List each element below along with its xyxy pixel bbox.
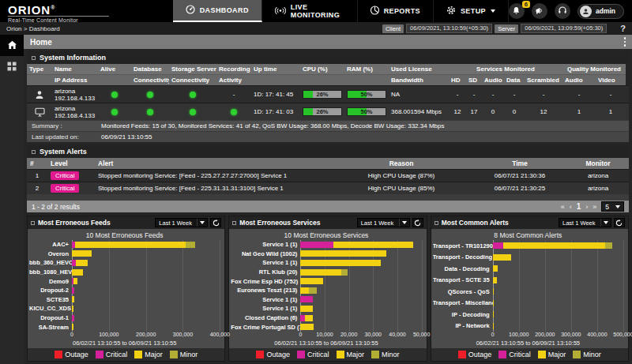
chart-bar-row: RTL Klub (20): [231, 268, 421, 277]
category-label: SA-Stream: [29, 324, 72, 331]
stacked-bar[interactable]: [300, 269, 421, 276]
help-button[interactable]: ?: [620, 24, 626, 33]
tab-dashboard[interactable]: DASHBOARD: [173, 0, 262, 22]
stacked-bar[interactable]: [493, 277, 623, 283]
category-label: Transport - Miscellaneous: [433, 299, 493, 306]
stacked-bar[interactable]: [300, 250, 421, 257]
collapse-icon[interactable]: [232, 221, 236, 225]
status-green-dot: [147, 109, 153, 115]
stacked-bar[interactable]: [493, 254, 623, 261]
stacked-bar[interactable]: [72, 296, 220, 302]
refresh-button[interactable]: [412, 218, 423, 227]
chart-date-range: 06/02/21 13:10:55 to 06/09/21 13:10:55: [231, 339, 421, 348]
category-label: SCTE35: [29, 296, 72, 303]
x-tick-label: 30,000: [365, 332, 382, 337]
category-label: Service 1 (1): [231, 305, 300, 312]
stacked-bar[interactable]: [300, 306, 421, 312]
tab-setup[interactable]: SETUP: [434, 0, 509, 22]
stacked-bar[interactable]: [493, 311, 623, 317]
sidebar-item-home[interactable]: [0, 35, 24, 56]
headset-icon: [558, 4, 567, 18]
scrambled-value: -: [525, 86, 562, 103]
first-page-button[interactable]: «: [561, 203, 565, 211]
x-axis: 0100,000200,000300,000400,000: [72, 332, 220, 339]
col-ram: RAM (%): [344, 64, 389, 74]
major-color-chip: [337, 351, 344, 358]
stacked-bar[interactable]: [72, 260, 220, 266]
collapse-icon[interactable]: [31, 221, 35, 225]
page-size-select[interactable]: 5: [601, 201, 624, 212]
chart-bar-row: Dropout-1: [29, 313, 220, 323]
legend-item-critical: Critical: [498, 351, 531, 358]
chart-bar-row: Transport - TR101290: [433, 240, 623, 252]
stacked-bar[interactable]: [300, 324, 421, 330]
last-page-button[interactable]: »: [592, 203, 596, 211]
tab-reports[interactable]: REPORTS: [358, 0, 434, 22]
stacked-bar[interactable]: [493, 265, 623, 272]
stacked-bar[interactable]: [300, 260, 421, 266]
category-label: Euronews Teszt (213): [231, 287, 300, 294]
prev-page-button[interactable]: ‹: [570, 203, 572, 211]
period-select[interactable]: Last 1 Week: [559, 218, 611, 227]
support-button[interactable]: [555, 3, 570, 19]
next-page-button[interactable]: ›: [585, 203, 588, 211]
tab-live-monitoring[interactable]: LIVE MONITORING: [262, 0, 358, 22]
current-page[interactable]: 1: [577, 202, 581, 211]
stacked-bar[interactable]: [493, 288, 623, 295]
stacked-bar[interactable]: [72, 242, 220, 248]
bar-segment-major: [75, 242, 186, 248]
stacked-bar[interactable]: [72, 306, 220, 312]
period-select[interactable]: Last 1 Week: [357, 218, 410, 227]
col-number: #: [27, 158, 47, 169]
col-hd: HD: [449, 74, 466, 85]
period-select[interactable]: Last 1 Week: [155, 218, 208, 227]
chart-panel-header: Most Erroneous Services Last 1 Week: [229, 216, 426, 229]
announcements-button[interactable]: [532, 3, 547, 19]
uptime-value: 1D: 17: 41: 45: [251, 86, 300, 103]
page-size-value: 5: [605, 203, 609, 211]
chart-legend: OutageCriticalMajorMinor: [28, 348, 224, 361]
chart-title: 10 Most Erroneous Feeds: [29, 230, 220, 240]
stacked-bar[interactable]: [493, 323, 623, 329]
stacked-bar[interactable]: [300, 278, 421, 284]
collapse-icon[interactable]: [434, 221, 438, 225]
q_audio-value: 1: [562, 103, 596, 120]
collapse-icon[interactable]: [32, 150, 36, 154]
user-menu[interactable]: admin: [577, 4, 624, 19]
bar-segment-critical: [300, 242, 333, 248]
monitor-name-cell: arizona192.168.4.133: [52, 86, 98, 103]
q_video-value: 1: [596, 103, 626, 120]
stacked-bar[interactable]: [72, 287, 220, 294]
x-tick-label: 200,000: [136, 332, 156, 337]
stacked-bar[interactable]: [300, 296, 421, 302]
system-alerts-table-head: # Level Alert Reason Time Monitor: [27, 158, 629, 169]
chart-bar-row: Closed Caption (6): [231, 313, 421, 323]
notifications-button[interactable]: 6: [509, 3, 525, 19]
refresh-button[interactable]: [614, 218, 625, 227]
sidebar-item-widgets[interactable]: [0, 56, 24, 77]
stacked-bar[interactable]: [72, 269, 220, 276]
collapse-icon[interactable]: [32, 56, 36, 60]
stacked-bar[interactable]: [493, 242, 623, 249]
kebab-menu-icon[interactable]: [624, 37, 626, 47]
tab-setup-label: SETUP: [461, 7, 486, 15]
status-green-dot: [111, 92, 118, 98]
monitor-ip: 192.168.4.133: [55, 112, 95, 119]
stacked-bar[interactable]: [300, 315, 421, 321]
breadcrumb[interactable]: Orion > Dashboard: [6, 25, 60, 32]
gridline: [422, 240, 423, 332]
status-green-dot: [190, 92, 196, 98]
stacked-bar[interactable]: [72, 315, 220, 321]
stacked-bar[interactable]: [300, 287, 421, 294]
category-label: Demo9: [29, 278, 72, 285]
refresh-button[interactable]: [210, 218, 221, 227]
stacked-bar[interactable]: [493, 300, 623, 306]
stacked-bar[interactable]: [72, 324, 220, 330]
chart-bar-row: Dropout-2: [29, 286, 220, 295]
col-recording: Recording: [216, 64, 251, 74]
legend-item-outage: Outage: [256, 351, 290, 358]
stacked-bar[interactable]: [72, 278, 220, 284]
bar-segment-critical: [72, 287, 74, 294]
stacked-bar[interactable]: [72, 250, 220, 257]
stacked-bar[interactable]: [300, 242, 421, 248]
